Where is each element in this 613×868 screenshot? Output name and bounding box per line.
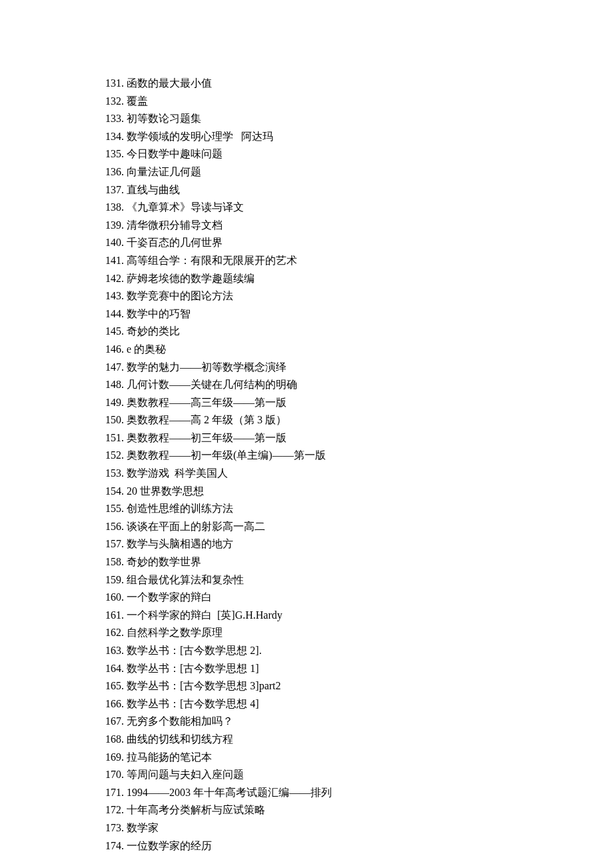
item-number: 136 bbox=[105, 166, 121, 177]
list-item: 134. 数学领域的发明心理学 阿达玛 bbox=[105, 128, 613, 146]
list-item: 165. 数学丛书：[古今数学思想 3]part2 bbox=[105, 677, 613, 695]
item-text: 20 世界数学思想 bbox=[127, 485, 204, 497]
item-text: 数学游戏 科学美国人 bbox=[127, 467, 228, 479]
item-number: 165 bbox=[105, 680, 121, 691]
item-number: 145 bbox=[105, 325, 121, 337]
list-item: 147. 数学的魅力——初等数学概念演绎 bbox=[105, 359, 613, 377]
item-number: 157 bbox=[105, 538, 121, 549]
item-number: 150 bbox=[105, 414, 121, 425]
list-item: 139. 清华微积分辅导文档 bbox=[105, 217, 613, 235]
item-text: 数学丛书：[古今数学思想 1] bbox=[127, 663, 259, 674]
list-item: 136. 向量法证几何题 bbox=[105, 163, 613, 181]
item-text: 函数的最大最小值 bbox=[127, 77, 212, 89]
item-text: 几何计数——关键在几何结构的明确 bbox=[127, 379, 297, 390]
list-item: 158. 奇妙的数学世界 bbox=[105, 553, 613, 571]
list-item: 154. 20 世界数学思想 bbox=[105, 483, 613, 501]
list-item: 140. 千姿百态的几何世界 bbox=[105, 234, 613, 252]
item-text: 组合最优化算法和复杂性 bbox=[127, 574, 244, 585]
item-text: 数学丛书：[古今数学思想 4] bbox=[127, 698, 259, 709]
item-text: 数学丛书：[古今数学思想 3]part2 bbox=[127, 680, 281, 691]
item-number: 154 bbox=[105, 485, 121, 497]
item-number: 170 bbox=[105, 769, 121, 780]
item-text: 千姿百态的几何世界 bbox=[127, 237, 223, 248]
list-item: 135. 今日数学中趣味问题 bbox=[105, 145, 613, 163]
item-number: 172 bbox=[105, 804, 121, 815]
item-number: 133 bbox=[105, 113, 121, 124]
list-item: 155. 创造性思维的训练方法 bbox=[105, 500, 613, 518]
item-text: 数学与头脑相遇的地方 bbox=[127, 538, 233, 549]
item-number: 160 bbox=[105, 591, 121, 603]
list-item: 172. 十年高考分类解析与应试策略 bbox=[105, 801, 613, 819]
item-text: 创造性思维的训练方法 bbox=[127, 503, 233, 514]
item-number: 135 bbox=[105, 148, 121, 159]
list-item: 149. 奥数教程——高三年级——第一版 bbox=[105, 394, 613, 412]
list-item: 169. 拉马能扬的笔记本 bbox=[105, 749, 613, 767]
list-item: 161. 一个科学家的辩白 [英]G.H.Hardy bbox=[105, 607, 613, 625]
item-text: 无穷多个数能相加吗？ bbox=[127, 715, 233, 727]
item-text: 高等组合学：有限和无限展开的艺术 bbox=[127, 255, 297, 266]
item-text: 一个数学家的辩白 bbox=[127, 591, 212, 603]
item-number: 173 bbox=[105, 822, 121, 833]
item-number: 152 bbox=[105, 449, 121, 461]
list-item: 159. 组合最优化算法和复杂性 bbox=[105, 571, 613, 589]
item-text: 数学中的巧智 bbox=[127, 308, 191, 319]
item-number: 143 bbox=[105, 290, 121, 301]
item-number: 158 bbox=[105, 556, 121, 567]
list-item: 174. 一位数学家的经历 bbox=[105, 837, 613, 855]
list-item: 152. 奥数教程——初一年级(单主编)——第一版 bbox=[105, 447, 613, 465]
item-number: 149 bbox=[105, 397, 121, 408]
item-text: 清华微积分辅导文档 bbox=[127, 219, 223, 231]
item-text: 数学竞赛中的图论方法 bbox=[127, 290, 233, 301]
item-number: 142 bbox=[105, 273, 121, 284]
list-item: 148. 几何计数——关键在几何结构的明确 bbox=[105, 376, 613, 394]
list-item: 163. 数学丛书：[古今数学思想 2]. bbox=[105, 642, 613, 660]
item-text: 奥数教程——高 2 年级（第 3 版） bbox=[127, 414, 287, 425]
item-text: 直线与曲线 bbox=[127, 184, 180, 195]
item-text: 向量法证几何题 bbox=[127, 166, 201, 177]
list-item: 162. 自然科学之数学原理 bbox=[105, 624, 613, 642]
item-number: 132 bbox=[105, 95, 121, 107]
list-item: 157. 数学与头脑相遇的地方 bbox=[105, 535, 613, 553]
item-number: 156 bbox=[105, 521, 121, 532]
item-text: 奥数教程——高三年级——第一版 bbox=[127, 397, 287, 408]
item-text: 奇妙的类比 bbox=[127, 325, 180, 337]
list-item: 156. 谈谈在平面上的射影高一高二 bbox=[105, 518, 613, 536]
list-item: 146. e 的奥秘 bbox=[105, 341, 613, 359]
list-item: 168. 曲线的切线和切线方程 bbox=[105, 731, 613, 749]
item-text: 覆盖 bbox=[127, 95, 148, 107]
item-number: 171 bbox=[105, 787, 121, 798]
list-item: 144. 数学中的巧智 bbox=[105, 305, 613, 323]
list-item: 164. 数学丛书：[古今数学思想 1] bbox=[105, 660, 613, 678]
list-item: 145. 奇妙的类比 bbox=[105, 323, 613, 341]
item-number: 137 bbox=[105, 184, 121, 195]
item-number: 166 bbox=[105, 698, 121, 709]
item-text: 初等数论习题集 bbox=[127, 113, 201, 124]
list-item: 142. 萨姆老埃德的数学趣题续编 bbox=[105, 270, 613, 288]
item-text: e 的奥秘 bbox=[127, 343, 166, 355]
item-text: 数学领域的发明心理学 阿达玛 bbox=[127, 131, 273, 142]
item-number: 168 bbox=[105, 733, 121, 745]
item-number: 139 bbox=[105, 219, 121, 231]
list-item: 171. 1994——2003 年十年高考试题汇编——排列 bbox=[105, 784, 613, 802]
list-item: 160. 一个数学家的辩白 bbox=[105, 589, 613, 607]
item-text: 一位数学家的经历 bbox=[127, 840, 212, 851]
list-item: 166. 数学丛书：[古今数学思想 4] bbox=[105, 695, 613, 713]
item-number: 164 bbox=[105, 663, 121, 674]
list-item: 138. 《九章算术》导读与译文 bbox=[105, 199, 613, 217]
list-item: 173. 数学家 bbox=[105, 819, 613, 837]
item-text: 奇妙的数学世界 bbox=[127, 556, 201, 567]
item-text: 拉马能扬的笔记本 bbox=[127, 751, 212, 763]
item-text: 数学的魅力——初等数学概念演绎 bbox=[127, 361, 287, 373]
item-number: 151 bbox=[105, 432, 121, 443]
item-number: 155 bbox=[105, 503, 121, 514]
list-item: 170. 等周问题与夫妇入座问题 bbox=[105, 766, 613, 784]
item-number: 159 bbox=[105, 574, 121, 585]
item-number: 148 bbox=[105, 379, 121, 390]
item-number: 174 bbox=[105, 840, 121, 851]
item-number: 169 bbox=[105, 751, 121, 763]
item-text: 数学家 bbox=[127, 822, 159, 833]
item-text: 曲线的切线和切线方程 bbox=[127, 733, 233, 745]
list-item: 133. 初等数论习题集 bbox=[105, 110, 613, 128]
item-number: 162 bbox=[105, 627, 121, 638]
item-number: 163 bbox=[105, 645, 121, 656]
